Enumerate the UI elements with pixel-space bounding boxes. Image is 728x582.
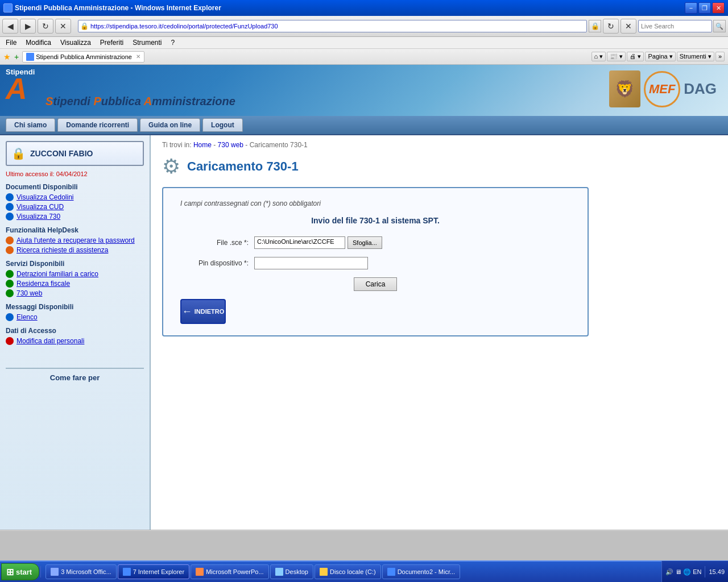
- link-cud-anchor[interactable]: Visualizza CUD: [16, 203, 64, 211]
- link-icon-blue4: [6, 313, 14, 321]
- link-elenco-anchor[interactable]: Elenco: [16, 313, 38, 321]
- more-button[interactable]: »: [715, 52, 725, 61]
- user-box: 🔒 ZUCCONI FABIO: [6, 141, 144, 166]
- stop-button[interactable]: ✕: [55, 19, 71, 34]
- link-ricerca-anchor[interactable]: Ricerca richieste di assistenza: [16, 246, 108, 254]
- back-button[interactable]: ◀: [2, 19, 18, 34]
- refresh-button[interactable]: ↻: [38, 19, 53, 34]
- stop2-button[interactable]: ✕: [621, 19, 636, 34]
- section-helpdesk: Funzionalità HelpDesk Aiuta l'utente a r…: [6, 226, 144, 254]
- page-title-area: ⚙ Caricamento 730-1: [162, 155, 717, 178]
- section-messaggi: Messaggi Disponibili Elenco: [6, 303, 144, 321]
- search-button[interactable]: 🔍: [713, 20, 726, 32]
- tab-close-icon[interactable]: ✕: [136, 53, 140, 60]
- breadcrumb-current: Caricamento 730-1: [250, 141, 308, 149]
- upload-form: I campi contrassegnati con (*) sono obbl…: [162, 187, 589, 336]
- user-lock-icon: 🔒: [11, 147, 26, 160]
- link-modifica[interactable]: Modifica dati personali: [6, 337, 144, 345]
- link-elenco[interactable]: Elenco: [6, 313, 144, 321]
- breadcrumb: Ti trovi in: Home - 730 web - Caricament…: [162, 141, 717, 149]
- link-detrazioni-anchor[interactable]: Detrazioni familiari a carico: [16, 270, 98, 278]
- address-input[interactable]: [90, 23, 585, 30]
- nav-tab-chi-siamo[interactable]: Chi siamo: [6, 118, 55, 132]
- form-title: Invio del file 730-1 al sistema SPT.: [180, 216, 570, 225]
- page-title: Caricamento 730-1: [187, 159, 299, 174]
- carica-row: Carica: [180, 277, 570, 291]
- pin-row: Pin dispositivo *:: [180, 257, 570, 269]
- link-730[interactable]: Visualizza 730: [6, 213, 144, 221]
- section-title-documenti: Documenti Disponibili: [6, 183, 144, 191]
- pin-input[interactable]: [254, 257, 368, 269]
- main-layout: 🔒 ZUCCONI FABIO Ultimo accesso il: 04/04…: [0, 135, 728, 530]
- section-title-servizi: Servizi Disponibili: [6, 260, 144, 268]
- menu-help[interactable]: ?: [169, 38, 177, 47]
- link-730web[interactable]: 730 web: [6, 289, 144, 297]
- link-icon-green1: [6, 270, 14, 278]
- link-730-anchor[interactable]: Visualizza 730: [16, 213, 60, 221]
- back-label: INDIETRO: [195, 308, 225, 315]
- nav-tab-guida[interactable]: Guida on line: [140, 118, 200, 132]
- menu-modifica[interactable]: Modifica: [23, 38, 53, 47]
- cert-button[interactable]: 🔒: [589, 20, 601, 32]
- section-servizi: Servizi Disponibili Detrazioni familiari…: [6, 260, 144, 297]
- mef-lion-emblem: 🦁: [609, 70, 640, 107]
- favorites-add-icon[interactable]: +: [14, 52, 19, 61]
- menu-preferiti[interactable]: Preferiti: [98, 38, 126, 47]
- breadcrumb-730web-link[interactable]: 730 web: [218, 141, 243, 149]
- menu-strumenti[interactable]: Strumenti: [130, 38, 164, 47]
- link-icon-orange2: [6, 246, 14, 254]
- back-btn-area: ← INDIETRO: [180, 299, 570, 324]
- tools-button[interactable]: Strumenti ▾: [677, 52, 714, 61]
- mef-dag-logo: MEF DAG: [644, 71, 717, 107]
- favorites-tab[interactable]: Stipendi Pubblica Amministrazione ✕: [22, 51, 144, 63]
- back-button[interactable]: ← INDIETRO: [180, 299, 226, 324]
- come-fare-section: Come fare per: [6, 368, 144, 382]
- link-icon-orange1: [6, 236, 14, 244]
- menu-visualizza[interactable]: Visualizza: [58, 38, 93, 47]
- browser-content: Stipendi A Stipendi Pubblica Amministraz…: [0, 65, 728, 531]
- link-password[interactable]: Aiuta l'utente a recuperare la password: [6, 236, 144, 244]
- link-residenza[interactable]: Residenza fiscale: [6, 280, 144, 288]
- link-residenza-anchor[interactable]: Residenza fiscale: [16, 280, 70, 288]
- nav-tab-domande[interactable]: Domande ricorrenti: [57, 118, 138, 132]
- minimize-button[interactable]: −: [685, 2, 697, 14]
- link-icon-green3: [6, 289, 14, 297]
- file-row: File .sce *: C:\UnicoOnLine\arc\ZCCFE Sf…: [180, 236, 570, 249]
- file-field: C:\UnicoOnLine\arc\ZCCFE Sfoglia...: [254, 236, 382, 249]
- forward-button[interactable]: ▶: [20, 19, 36, 34]
- print-button[interactable]: 🖨 ▾: [627, 52, 644, 61]
- favorites-star-icon: ★: [3, 52, 11, 61]
- file-label: File .sce *:: [180, 239, 254, 247]
- link-ricerca[interactable]: Ricerca richieste di assistenza: [6, 246, 144, 254]
- favorites-tab-label: Stipendi Pubblica Amministrazione: [36, 53, 132, 60]
- link-cud[interactable]: Visualizza CUD: [6, 203, 144, 211]
- breadcrumb-home-link[interactable]: Home: [193, 141, 212, 149]
- sidebar: 🔒 ZUCCONI FABIO Ultimo accesso il: 04/04…: [0, 135, 151, 530]
- nav-tab-logout[interactable]: Logout: [202, 118, 243, 132]
- link-password-anchor[interactable]: Aiuta l'utente a recuperare la password: [16, 236, 135, 244]
- pa-logo: A: [6, 74, 35, 103]
- browse-button[interactable]: Sfoglia...: [348, 236, 382, 249]
- page-button[interactable]: Pagina ▾: [645, 52, 675, 61]
- refresh2-button[interactable]: ↻: [603, 19, 619, 34]
- site-title: Stipendi Pubblica Amministrazione: [46, 95, 235, 108]
- link-icon-blue2: [6, 203, 14, 211]
- menu-file[interactable]: File: [3, 38, 19, 47]
- link-detrazioni[interactable]: Detrazioni familiari a carico: [6, 270, 144, 278]
- link-730web-anchor[interactable]: 730 web: [16, 289, 42, 297]
- menu-bar: File Modifica Visualizza Preferiti Strum…: [0, 37, 728, 49]
- feed-button[interactable]: 📰 ▾: [607, 52, 626, 61]
- carica-button[interactable]: Carica: [354, 277, 398, 291]
- section-title-messaggi: Messaggi Disponibili: [6, 303, 144, 311]
- file-path-display: C:\UnicoOnLine\arc\ZCCFE: [254, 236, 345, 249]
- restore-button[interactable]: ❐: [698, 2, 711, 14]
- link-cedolini[interactable]: Visualizza Cedolini: [6, 193, 144, 201]
- search-input[interactable]: [641, 23, 709, 30]
- link-icon-red: [6, 337, 14, 345]
- link-modifica-anchor[interactable]: Modifica dati personali: [16, 337, 84, 345]
- home-button[interactable]: ⌂ ▾: [592, 52, 606, 61]
- ssl-lock-icon: 🔒: [80, 22, 89, 30]
- link-cedolini-anchor[interactable]: Visualizza Cedolini: [16, 193, 74, 201]
- close-button[interactable]: ✕: [712, 2, 725, 14]
- back-arrow-icon: ←: [182, 306, 192, 318]
